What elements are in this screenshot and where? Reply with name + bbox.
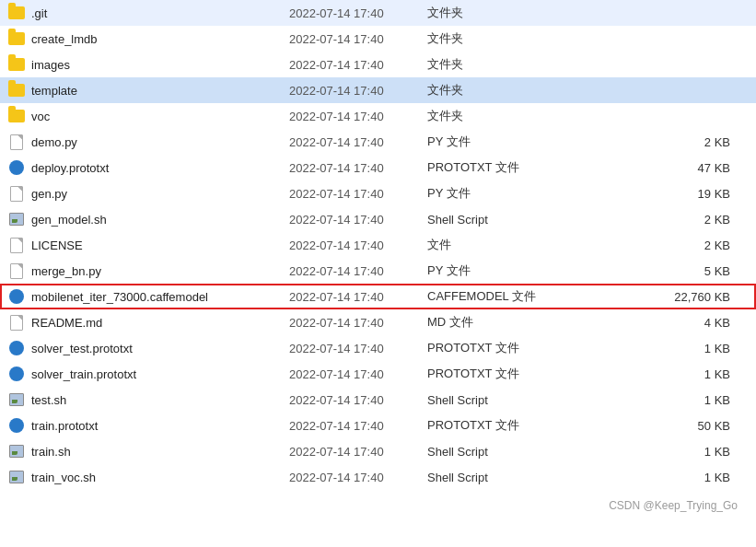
file-size: 1 KB: [575, 471, 749, 484]
file-row[interactable]: README.md2022-07-14 17:40MD 文件4 KB: [0, 309, 756, 335]
file-icon: [7, 236, 26, 254]
file-name: gen_model.sh: [31, 213, 289, 227]
blue-circle-icon: [7, 365, 26, 383]
file-type: 文件夹: [427, 56, 575, 73]
file-date: 2022-07-14 17:40: [289, 419, 427, 433]
file-size: 1 KB: [575, 367, 749, 381]
file-type: PROTOTXT 文件: [427, 340, 575, 356]
file-type: CAFFEMODEL 文件: [427, 288, 575, 305]
file-type: PY 文件: [427, 262, 575, 279]
file-name: train.sh: [31, 445, 289, 459]
file-type: PY 文件: [427, 134, 575, 150]
shell-script-icon: [7, 442, 26, 460]
file-type: 文件夹: [427, 5, 575, 21]
file-row[interactable]: LICENSE2022-07-14 17:40文件2 KB: [0, 232, 756, 258]
file-type: Shell Script: [427, 213, 575, 227]
file-name: solver_test.prototxt: [31, 342, 289, 355]
file-name: mobilenet_iter_73000.caffemodel: [31, 290, 289, 304]
file-type: PROTOTXT 文件: [427, 417, 575, 434]
file-row[interactable]: mobilenet_iter_73000.caffemodel2022-07-1…: [0, 284, 756, 309]
file-type: 文件夹: [427, 82, 575, 99]
file-row[interactable]: solver_test.prototxt2022-07-14 17:40PROT…: [0, 335, 756, 361]
file-size: 1 KB: [575, 393, 749, 407]
file-size: 2 KB: [575, 135, 749, 149]
file-type: PY 文件: [427, 185, 575, 202]
folder-icon: [7, 55, 26, 74]
folder-icon: [7, 29, 26, 48]
file-icon: [7, 133, 26, 151]
file-name: create_lmdb: [31, 32, 289, 46]
file-row[interactable]: gen.py2022-07-14 17:40PY 文件19 KB: [0, 180, 756, 206]
file-row[interactable]: test.sh2022-07-14 17:40Shell Script1 KB: [0, 387, 756, 413]
file-date: 2022-07-14 17:40: [289, 367, 427, 381]
file-date: 2022-07-14 17:40: [289, 471, 427, 484]
file-row[interactable]: train_voc.sh2022-07-14 17:40Shell Script…: [0, 464, 756, 490]
file-date: 2022-07-14 17:40: [289, 290, 427, 304]
folder-icon: [7, 4, 26, 22]
file-size: 22,760 KB: [575, 290, 749, 304]
file-date: 2022-07-14 17:40: [289, 239, 427, 252]
file-date: 2022-07-14 17:40: [289, 84, 427, 98]
file-size: 2 KB: [575, 239, 749, 252]
shell-script-icon: [7, 468, 26, 486]
file-size: 1 KB: [575, 445, 749, 459]
file-row[interactable]: demo.py2022-07-14 17:40PY 文件2 KB: [0, 129, 756, 155]
file-date: 2022-07-14 17:40: [289, 393, 427, 407]
file-type: 文件夹: [427, 30, 575, 47]
file-type: PROTOTXT 文件: [427, 159, 575, 176]
file-type: 文件夹: [427, 108, 575, 124]
shell-script-icon: [7, 390, 26, 409]
file-size: 1 KB: [575, 342, 749, 355]
file-row[interactable]: gen_model.sh2022-07-14 17:40Shell Script…: [0, 206, 756, 232]
file-icon: [7, 184, 26, 203]
file-row[interactable]: images2022-07-14 17:40文件夹: [0, 52, 756, 77]
file-date: 2022-07-14 17:40: [289, 6, 427, 20]
file-list: .git2022-07-14 17:40文件夹create_lmdb2022-0…: [0, 0, 756, 490]
file-name: voc: [31, 110, 289, 123]
file-row[interactable]: train.prototxt2022-07-14 17:40PROTOTXT 文…: [0, 413, 756, 438]
file-name: LICENSE: [31, 239, 289, 252]
file-row[interactable]: template2022-07-14 17:40文件夹: [0, 77, 756, 103]
file-size: 2 KB: [575, 213, 749, 227]
blue-circle-icon: [7, 158, 26, 177]
file-row[interactable]: .git2022-07-14 17:40文件夹: [0, 0, 756, 26]
file-name: README.md: [31, 316, 289, 330]
file-type: PROTOTXT 文件: [427, 366, 575, 382]
file-size: 5 KB: [575, 264, 749, 278]
file-date: 2022-07-14 17:40: [289, 135, 427, 149]
blue-circle-icon: [7, 287, 26, 306]
file-date: 2022-07-14 17:40: [289, 264, 427, 278]
file-name: template: [31, 84, 289, 98]
file-size: 19 KB: [575, 187, 749, 201]
file-type: 文件: [427, 237, 575, 253]
blue-circle-icon: [7, 339, 26, 357]
file-name: images: [31, 58, 289, 72]
folder-icon: [7, 81, 26, 99]
file-date: 2022-07-14 17:40: [289, 445, 427, 459]
file-name: merge_bn.py: [31, 264, 289, 278]
watermark: CSDN @Keep_Trying_Go: [0, 490, 756, 516]
file-date: 2022-07-14 17:40: [289, 32, 427, 46]
file-date: 2022-07-14 17:40: [289, 342, 427, 355]
file-row[interactable]: create_lmdb2022-07-14 17:40文件夹: [0, 26, 756, 52]
file-row[interactable]: deploy.prototxt2022-07-14 17:40PROTOTXT …: [0, 155, 756, 180]
blue-circle-icon: [7, 416, 26, 435]
file-type: MD 文件: [427, 314, 575, 331]
file-name: .git: [31, 6, 289, 20]
file-icon: [7, 262, 26, 280]
file-row[interactable]: solver_train.prototxt2022-07-14 17:40PRO…: [0, 361, 756, 387]
file-row[interactable]: train.sh2022-07-14 17:40Shell Script1 KB: [0, 438, 756, 464]
file-date: 2022-07-14 17:40: [289, 110, 427, 123]
file-date: 2022-07-14 17:40: [289, 58, 427, 72]
file-name: solver_train.prototxt: [31, 367, 289, 381]
file-name: test.sh: [31, 393, 289, 407]
file-row[interactable]: merge_bn.py2022-07-14 17:40PY 文件5 KB: [0, 258, 756, 284]
file-name: train_voc.sh: [31, 471, 289, 484]
file-type: Shell Script: [427, 393, 575, 407]
folder-icon: [7, 107, 26, 125]
file-row[interactable]: voc2022-07-14 17:40文件夹: [0, 103, 756, 129]
file-name: deploy.prototxt: [31, 161, 289, 175]
file-size: 47 KB: [575, 161, 749, 175]
file-name: train.prototxt: [31, 419, 289, 433]
file-size: 50 KB: [575, 419, 749, 433]
